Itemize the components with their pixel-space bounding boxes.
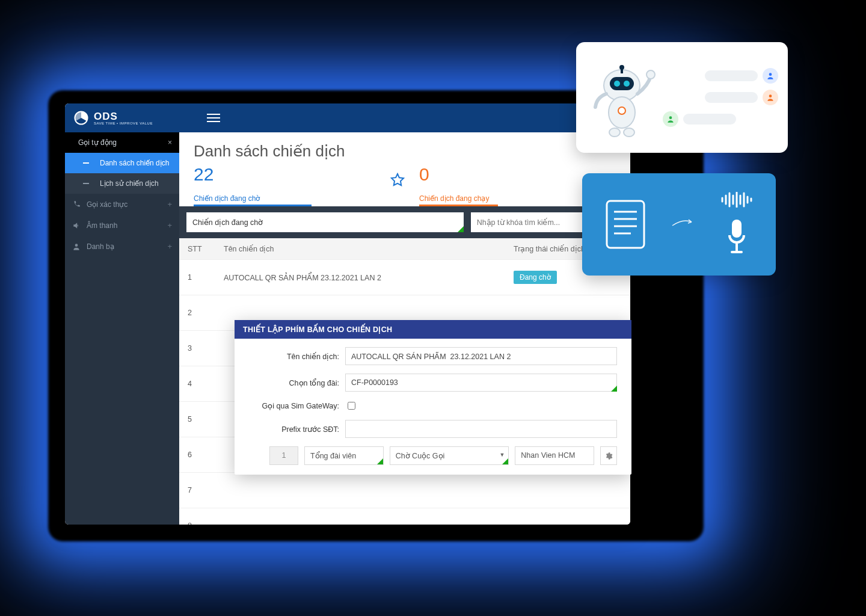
select-value: Tổng đài viên bbox=[310, 452, 356, 460]
svg-rect-32 bbox=[735, 244, 738, 251]
cell-stt: 8 bbox=[188, 522, 224, 525]
svg-point-12 bbox=[609, 128, 620, 137]
filter-status-select[interactable]: Chiến dịch đang chờ bbox=[186, 212, 464, 232]
sidebar-item-campaign-list[interactable]: Danh sách chiến dịch bbox=[65, 153, 179, 173]
modal-title: THIẾT LẬP PHÍM BẤM CHO CHIẾN DỊCH bbox=[235, 320, 631, 339]
stat-value: 22 bbox=[194, 164, 390, 185]
col-name: Tên chiến dịch bbox=[224, 244, 514, 253]
agent-select[interactable]: Tổng đài viên bbox=[304, 446, 384, 465]
select-value: Chờ Cuộc Gọi bbox=[396, 452, 445, 460]
stat-label: Chiến dịch đang chờ bbox=[194, 194, 390, 203]
plus-icon[interactable]: + bbox=[167, 242, 172, 251]
sim-gateway-checkbox[interactable] bbox=[348, 402, 355, 410]
svg-rect-17 bbox=[607, 201, 644, 248]
sidebar-item-campaign-history[interactable]: Lịch sử chiến dịch bbox=[65, 173, 179, 194]
close-icon[interactable]: × bbox=[168, 138, 172, 147]
arrow-icon bbox=[671, 217, 695, 232]
cell-stt: 7 bbox=[188, 486, 224, 494]
document-icon bbox=[604, 199, 646, 250]
brand-tagline: SAVE TIME • IMPROVE VALUE bbox=[94, 122, 153, 125]
sidebar-item-verify-call[interactable]: Gọi xác thực + bbox=[65, 194, 179, 215]
sidebar-item-contacts[interactable]: Danh bạ + bbox=[65, 236, 179, 257]
select-value: Nhan Vien HCM bbox=[521, 451, 575, 460]
pbx-select[interactable] bbox=[345, 374, 617, 392]
sidebar-item-label: Danh bạ bbox=[87, 242, 114, 251]
stat-waiting[interactable]: 22 Chiến dịch đang chờ bbox=[194, 164, 390, 206]
topbar: ODS SAVE TIME • IMPROVE VALUE bbox=[65, 103, 630, 132]
status-badge: Đang chờ bbox=[514, 271, 557, 284]
prefix-input[interactable] bbox=[345, 420, 617, 438]
cell-stt: 2 bbox=[188, 309, 224, 317]
svg-rect-33 bbox=[731, 251, 743, 253]
svg-rect-31 bbox=[732, 220, 742, 238]
keypress-config-modal: THIẾT LẬP PHÍM BẤM CHO CHIẾN DỊCH Tên ch… bbox=[235, 320, 631, 475]
user-icon bbox=[663, 111, 678, 127]
sidebar-item-label: Gọi xác thực bbox=[87, 200, 127, 209]
sidebar-item-label: Lịch sử chiến dịch bbox=[100, 179, 159, 188]
sidebar-item-label: Danh sách chiến dịch bbox=[100, 159, 169, 167]
staff-select[interactable]: Nhan Vien HCM bbox=[515, 446, 594, 465]
field-label-name: Tên chiến dịch: bbox=[249, 352, 339, 361]
sidebar-item-label: Âm thanh bbox=[87, 221, 117, 230]
field-label-pbx: Chọn tổng đài: bbox=[249, 378, 339, 387]
table-header: STT Tên chiến dịch Trạng thái chiến dịch bbox=[179, 238, 630, 259]
user-icon bbox=[763, 90, 778, 105]
svg-rect-4 bbox=[610, 77, 634, 90]
chevron-down-icon: ▼ bbox=[499, 452, 505, 458]
field-label-sim: Gọi qua Sim GateWay: bbox=[249, 401, 339, 410]
brand-name: ODS bbox=[94, 111, 153, 122]
svg-point-2 bbox=[75, 244, 78, 247]
illustration-tts-card bbox=[582, 173, 776, 276]
sidebar-item-audio[interactable]: Âm thanh + bbox=[65, 215, 179, 236]
svg-point-15 bbox=[769, 94, 772, 97]
svg-point-5 bbox=[614, 81, 620, 87]
table-row[interactable]: 7 bbox=[179, 472, 630, 508]
star-icon[interactable] bbox=[390, 173, 405, 187]
sidebar-group-label: Gọi tự động bbox=[78, 138, 117, 147]
select-value: Chiến dịch đang chờ bbox=[192, 218, 263, 227]
key-index: 1 bbox=[269, 446, 298, 465]
sound-icon bbox=[72, 221, 81, 230]
page-title: Danh sách chiến dịch bbox=[179, 132, 630, 164]
menu-icon[interactable] bbox=[207, 114, 220, 122]
svg-rect-10 bbox=[621, 69, 623, 73]
cell-stt: 4 bbox=[188, 380, 224, 388]
settings-button[interactable] bbox=[600, 446, 617, 465]
stats-row: 22 Chiến dịch đang chờ 0 Chiến dịch đang… bbox=[179, 164, 630, 206]
svg-point-8 bbox=[618, 107, 625, 114]
col-stt: STT bbox=[188, 245, 224, 253]
illustration-chatbot-card bbox=[576, 42, 788, 153]
phone-icon bbox=[72, 200, 81, 209]
cell-name: AUTOCALL QR SẢN PHẨM 23.12.2021 LAN 2 bbox=[224, 273, 514, 282]
user-icon bbox=[72, 242, 81, 251]
svg-point-13 bbox=[624, 128, 634, 137]
svg-point-6 bbox=[624, 81, 630, 87]
user-icon bbox=[763, 68, 778, 84]
svg-point-11 bbox=[646, 70, 655, 79]
key-row: 1 Tổng đài viên Chờ Cuộc Gọi▼ Nhan Vien … bbox=[249, 446, 617, 465]
field-label-prefix: Prefix trước SĐT: bbox=[249, 425, 339, 434]
filter-bar: Chiến dịch đang chờ bbox=[179, 206, 630, 238]
campaign-name-input[interactable] bbox=[345, 347, 617, 365]
microphone-icon bbox=[725, 218, 749, 257]
svg-point-14 bbox=[769, 73, 772, 76]
plus-icon[interactable]: + bbox=[167, 200, 172, 209]
plus-icon[interactable]: + bbox=[167, 221, 172, 230]
table-row[interactable]: 8 bbox=[179, 508, 630, 525]
cell-stt: 1 bbox=[188, 273, 224, 282]
svg-point-16 bbox=[669, 116, 672, 119]
sidebar: Gọi tự động × Danh sách chiến dịch Lịch … bbox=[65, 132, 179, 525]
cell-stt: 5 bbox=[188, 415, 224, 424]
brand-logo: ODS SAVE TIME • IMPROVE VALUE bbox=[73, 110, 153, 126]
sidebar-group-autocall[interactable]: Gọi tự động × bbox=[65, 132, 179, 153]
cell-stt: 3 bbox=[188, 344, 224, 353]
waveform-icon bbox=[720, 192, 754, 210]
cell-stt: 6 bbox=[188, 451, 224, 459]
queue-select[interactable]: Chờ Cuộc Gọi▼ bbox=[390, 446, 509, 465]
table-row[interactable]: 1 AUTOCALL QR SẢN PHẨM 23.12.2021 LAN 2 … bbox=[179, 259, 630, 295]
robot-icon bbox=[586, 55, 658, 140]
